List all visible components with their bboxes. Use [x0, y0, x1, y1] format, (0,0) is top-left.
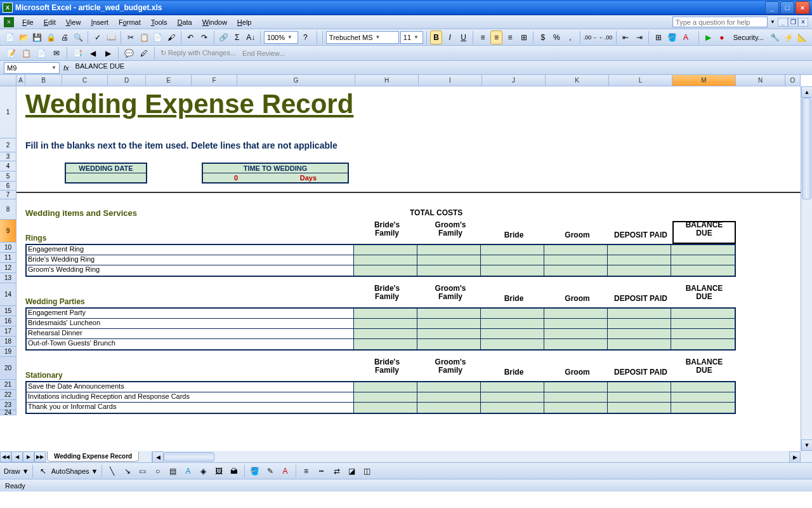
row-header-3[interactable]: 3	[0, 152, 16, 161]
fx-icon[interactable]: fx	[63, 64, 69, 72]
textbox-button[interactable]: ▤	[166, 464, 180, 478]
data-cell[interactable]	[608, 392, 671, 402]
name-box[interactable]: M9▼	[4, 62, 60, 74]
scroll-left-button[interactable]: ◀	[152, 451, 164, 463]
row-header-8[interactable]: 8	[0, 199, 16, 220]
data-cell[interactable]	[481, 382, 544, 392]
data-cell[interactable]	[544, 382, 608, 392]
fill-color-draw-button[interactable]: 🪣	[248, 464, 262, 478]
data-cell[interactable]	[481, 309, 544, 318]
shadow-button[interactable]: ◪	[345, 464, 359, 478]
data-cell[interactable]	[608, 265, 671, 276]
rectangle-button[interactable]: ▭	[136, 464, 150, 478]
data-cell[interactable]	[608, 245, 671, 255]
diagram-button[interactable]: ◈	[197, 464, 211, 478]
data-cell[interactable]	[544, 329, 608, 338]
row-header-10[interactable]: 10	[0, 243, 16, 253]
review-icon-3[interactable]: 📄	[34, 46, 48, 60]
data-cell[interactable]	[481, 329, 544, 338]
vertical-scrollbar[interactable]: ▲ ▼	[801, 86, 812, 451]
column-header-I[interactable]: I	[419, 75, 482, 86]
tab-prev-button[interactable]: ◀	[11, 451, 23, 462]
align-left-button[interactable]: ≡	[476, 30, 489, 44]
review-icon-2[interactable]: 📋	[19, 46, 33, 60]
data-cell[interactable]	[354, 319, 417, 328]
data-cell[interactable]	[671, 339, 735, 349]
fill-color-button[interactable]: 🪣	[666, 30, 679, 44]
column-header-E[interactable]: E	[146, 75, 192, 86]
menu-data[interactable]: Data	[173, 17, 196, 27]
maximize-button[interactable]: □	[780, 1, 794, 14]
data-cell[interactable]	[481, 265, 544, 276]
print-button[interactable]: 🖨	[58, 30, 71, 44]
copy-button[interactable]: 📋	[138, 30, 150, 44]
row-header-16[interactable]: 16	[0, 316, 16, 326]
doc-restore-button[interactable]: ❐	[788, 18, 798, 27]
column-header-M[interactable]: M	[672, 75, 736, 86]
data-cell[interactable]	[608, 309, 671, 318]
row-header-14[interactable]: 14	[0, 283, 16, 306]
3d-button[interactable]: ◫	[360, 464, 374, 478]
align-center-button[interactable]: ≡	[490, 30, 503, 44]
row-header-7[interactable]: 7	[0, 190, 16, 199]
menu-tools[interactable]: Tools	[147, 17, 172, 27]
data-cell[interactable]	[354, 309, 417, 318]
tab-first-button[interactable]: ◀◀	[0, 451, 11, 462]
row-header-22[interactable]: 22	[0, 390, 16, 400]
review-prev-button[interactable]: ◀	[86, 46, 100, 60]
row-header-19[interactable]: 19	[0, 347, 16, 357]
scroll-down-button[interactable]: ▼	[801, 439, 812, 451]
bold-button[interactable]: B	[430, 30, 443, 44]
font-size-combo[interactable]: 11▼	[400, 31, 423, 44]
data-cell[interactable]	[544, 319, 608, 328]
tools-icon-1[interactable]: 🔧	[769, 30, 782, 44]
security-button[interactable]: Security...	[730, 32, 768, 43]
data-cell[interactable]	[608, 329, 671, 338]
scroll-right-button[interactable]: ▶	[789, 451, 801, 463]
row-header-21[interactable]: 21	[0, 380, 16, 390]
cells-area[interactable]: Wedding Expense Record Fill in the blank…	[16, 86, 801, 451]
help-dropdown-icon[interactable]: ▼	[770, 19, 775, 25]
comma-button[interactable]: ,	[564, 30, 577, 44]
data-cell[interactable]	[417, 382, 481, 392]
select-objects-button[interactable]: ↖	[36, 464, 50, 478]
column-header-C[interactable]: C	[62, 75, 108, 86]
arrow-style-button[interactable]: ⇄	[330, 464, 344, 478]
data-cell[interactable]	[608, 382, 671, 392]
minimize-button[interactable]: _	[765, 1, 779, 14]
paste-button[interactable]: 📄	[152, 30, 164, 44]
italic-button[interactable]: I	[443, 30, 456, 44]
menu-view[interactable]: View	[62, 17, 86, 27]
row-header-6[interactable]: 6	[0, 182, 16, 190]
scroll-up-button[interactable]: ▲	[801, 86, 812, 98]
line-color-button[interactable]: ✎	[263, 464, 277, 478]
data-cell[interactable]	[354, 245, 417, 255]
line-style-button[interactable]: ≡	[299, 464, 313, 478]
data-cell[interactable]	[354, 339, 417, 349]
data-cell[interactable]	[417, 319, 481, 328]
borders-button[interactable]: ⊞	[652, 30, 665, 44]
excel-doc-icon[interactable]: X	[4, 17, 14, 27]
data-cell[interactable]	[608, 403, 671, 413]
undo-button[interactable]: ↶	[185, 30, 197, 44]
data-cell[interactable]	[671, 255, 735, 265]
autosum-button[interactable]: Σ	[231, 30, 244, 44]
data-cell[interactable]	[671, 309, 735, 318]
data-cell[interactable]	[354, 265, 417, 276]
tab-last-button[interactable]: ▶▶	[34, 451, 46, 462]
column-header-A[interactable]: A	[16, 75, 25, 86]
data-cell[interactable]	[354, 255, 417, 265]
column-header-D[interactable]: D	[108, 75, 146, 86]
save-button[interactable]: 💾	[31, 30, 44, 44]
sort-asc-button[interactable]: A↓	[245, 30, 258, 44]
increase-indent-button[interactable]: ⇥	[633, 30, 646, 44]
select-all-corner[interactable]	[0, 75, 16, 86]
data-cell[interactable]	[481, 255, 544, 265]
column-header-F[interactable]: F	[192, 75, 237, 86]
wordart-button[interactable]: A	[181, 464, 195, 478]
data-cell[interactable]	[671, 403, 735, 413]
clipart-button[interactable]: 🖼	[212, 464, 226, 478]
arrow-button[interactable]: ↘	[121, 464, 134, 478]
row-header-4[interactable]: 4	[0, 161, 16, 171]
review-icon-4[interactable]: ✉	[49, 46, 63, 60]
